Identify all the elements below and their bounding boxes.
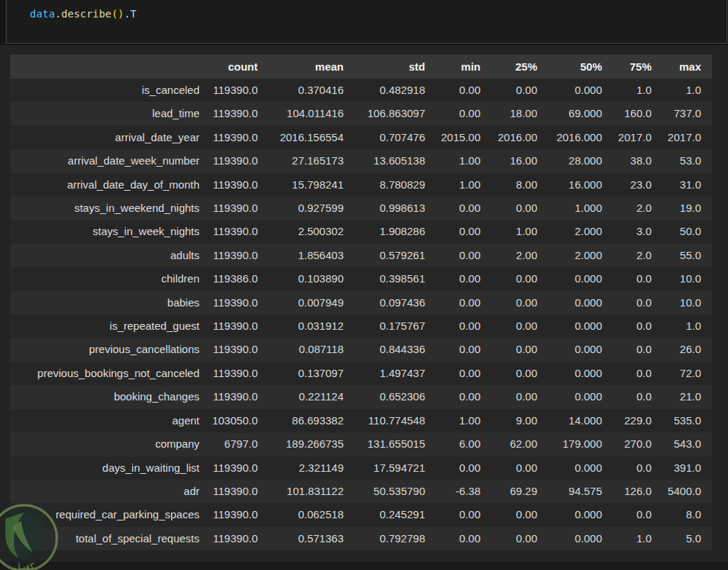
table-row: stays_in_week_nights119390.02.5003021.90… bbox=[10, 220, 712, 243]
cell-50pct: 0.000 bbox=[537, 267, 602, 290]
row-label: lead_time bbox=[10, 102, 199, 125]
cell-count: 119390.0 bbox=[199, 291, 258, 314]
cell-75pct: 23.0 bbox=[602, 173, 652, 197]
cell-max: 2017.0 bbox=[652, 126, 712, 149]
row-label: children bbox=[10, 267, 199, 290]
cell-std: 0.792798 bbox=[344, 527, 425, 550]
column-header-max: max bbox=[652, 55, 712, 79]
cell-75pct: 2.0 bbox=[602, 244, 652, 267]
table-row: previous_cancellations119390.00.0871180.… bbox=[10, 338, 712, 361]
cell-count: 119390.0 bbox=[199, 79, 258, 102]
code-cell[interactable]: data.describe().T bbox=[6, 0, 727, 44]
cell-max: 737.0 bbox=[652, 102, 712, 125]
column-header-min: min bbox=[425, 55, 480, 79]
table-row: total_of_special_requests119390.00.57136… bbox=[10, 527, 712, 550]
cell-std: 17.594721 bbox=[344, 456, 425, 480]
code-line[interactable]: data.describe().T bbox=[7, 0, 727, 20]
row-label: is_canceled bbox=[10, 79, 199, 102]
cell-count: 119390.0 bbox=[199, 385, 258, 408]
cell-25pct: 8.00 bbox=[480, 173, 537, 197]
cell-count: 119390.0 bbox=[199, 314, 258, 338]
cell-mean: 0.927599 bbox=[258, 197, 344, 220]
cell-std: 0.245291 bbox=[344, 503, 425, 526]
cell-75pct: 126.0 bbox=[602, 480, 652, 503]
cell-mean: 15.798241 bbox=[258, 173, 344, 197]
column-header-std: std bbox=[344, 55, 425, 79]
code-token: . bbox=[55, 8, 62, 20]
table-row: children119386.00.1038900.3985610.000.00… bbox=[10, 267, 712, 290]
row-label: babies bbox=[10, 291, 199, 314]
cell-mean: 2.500302 bbox=[258, 220, 344, 243]
cell-std: 50.535790 bbox=[344, 480, 425, 503]
cell-50pct: 0.000 bbox=[537, 527, 602, 550]
cell-min: 0.00 bbox=[425, 527, 480, 550]
cell-count: 119390.0 bbox=[199, 197, 258, 220]
cell-count: 119390.0 bbox=[199, 244, 258, 267]
cell-count: 119390.0 bbox=[199, 173, 258, 197]
cell-max: 55.0 bbox=[652, 244, 712, 267]
column-header-50pct: 50% bbox=[537, 55, 602, 79]
cell-25pct: 1.00 bbox=[480, 220, 537, 243]
cell-max: 26.0 bbox=[652, 338, 712, 361]
table-row: arrival_date_day_of_month119390.015.7982… bbox=[10, 173, 712, 197]
cell-count: 119390.0 bbox=[199, 362, 258, 385]
row-label: adults bbox=[10, 244, 199, 267]
cell-min: 0.00 bbox=[425, 338, 480, 361]
cell-max: 5.0 bbox=[652, 527, 712, 550]
cell-min: -6.38 bbox=[425, 480, 480, 503]
cell-75pct: 1.0 bbox=[602, 527, 652, 550]
row-label: previous_bookings_not_canceled bbox=[10, 362, 199, 385]
cell-50pct: 0.000 bbox=[537, 362, 602, 385]
table-body: is_canceled119390.00.3704160.4829180.000… bbox=[10, 79, 712, 550]
cell-25pct: 2016.00 bbox=[480, 126, 537, 149]
cell-min: 0.00 bbox=[425, 362, 480, 385]
cell-mean: 104.011416 bbox=[258, 102, 344, 125]
cell-min: 1.00 bbox=[425, 409, 480, 432]
table-row: booking_changes119390.00.2211240.6523060… bbox=[10, 385, 712, 408]
cell-max: 10.0 bbox=[652, 267, 712, 290]
cell-75pct: 0.0 bbox=[602, 456, 652, 480]
cell-50pct: 179.000 bbox=[537, 432, 602, 456]
cell-50pct: 2.000 bbox=[537, 244, 602, 267]
cell-count: 119390.0 bbox=[199, 149, 258, 173]
cell-75pct: 0.0 bbox=[602, 291, 652, 314]
cell-75pct: 0.0 bbox=[602, 314, 652, 338]
cell-max: 535.0 bbox=[652, 409, 712, 432]
cell-min: 0.00 bbox=[425, 220, 480, 243]
row-label: company bbox=[10, 432, 199, 456]
cell-25pct: 0.00 bbox=[480, 267, 537, 290]
row-label: booking_changes bbox=[10, 385, 199, 408]
cell-50pct: 2016.000 bbox=[537, 126, 602, 149]
bottom-divider bbox=[0, 562, 728, 570]
cell-50pct: 69.000 bbox=[537, 102, 602, 125]
table-row: stays_in_weekend_nights119390.00.9275990… bbox=[10, 197, 712, 220]
cell-25pct: 9.00 bbox=[480, 409, 537, 432]
cell-50pct: 2.000 bbox=[537, 220, 602, 243]
table-row: company6797.0189.266735131.6550156.0062.… bbox=[10, 432, 712, 456]
column-header-25pct: 25% bbox=[480, 55, 537, 79]
cell-50pct: 0.000 bbox=[537, 503, 602, 526]
row-label: stays_in_weekend_nights bbox=[10, 197, 199, 220]
cell-50pct: 0.000 bbox=[537, 456, 602, 480]
cell-std: 110.774548 bbox=[344, 409, 425, 432]
cell-max: 53.0 bbox=[652, 149, 712, 173]
column-header-count: count bbox=[199, 55, 258, 79]
row-label: arrival_date_year bbox=[10, 126, 199, 149]
cell-50pct: 16.000 bbox=[537, 173, 602, 197]
cell-min: 1.00 bbox=[425, 149, 480, 173]
table-row: adr119390.0101.83112250.535790-6.3869.29… bbox=[10, 480, 712, 503]
row-label: total_of_special_requests bbox=[10, 527, 199, 550]
describe-table: countmeanstdmin25%50%75%max is_canceled1… bbox=[10, 55, 712, 550]
cell-25pct: 2.00 bbox=[480, 244, 537, 267]
table-row: arrival_date_week_number119390.027.16517… bbox=[10, 149, 712, 173]
cell-mean: 0.031912 bbox=[258, 314, 344, 338]
cell-mean: 2.321149 bbox=[258, 456, 344, 480]
cell-min: 0.00 bbox=[425, 267, 480, 290]
cell-max: 31.0 bbox=[652, 173, 712, 197]
cell-75pct: 0.0 bbox=[602, 362, 652, 385]
cell-75pct: 160.0 bbox=[602, 102, 652, 125]
cell-std: 0.175767 bbox=[344, 314, 425, 338]
cell-25pct: 0.00 bbox=[480, 197, 537, 220]
cell-std: 0.998613 bbox=[344, 197, 425, 220]
cell-count: 119390.0 bbox=[199, 503, 258, 526]
